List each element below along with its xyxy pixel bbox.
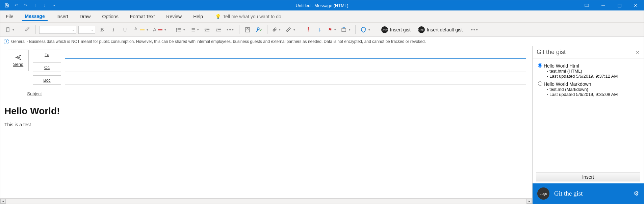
bold-button[interactable]: B xyxy=(97,25,107,34)
compose-area: Send To Cc Bcc xyxy=(0,46,532,204)
gist-file: test.html (HTML) xyxy=(547,69,638,74)
svg-rect-25 xyxy=(342,28,346,31)
importance-high-icon[interactable]: ! xyxy=(304,25,313,34)
svg-point-23 xyxy=(247,28,249,30)
scroll-left-icon[interactable]: ◂ xyxy=(0,199,6,204)
to-button[interactable]: To xyxy=(33,50,61,59)
subject-input[interactable] xyxy=(61,89,526,98)
font-size-select[interactable]: ⌄ xyxy=(78,26,95,34)
undo-icon[interactable]: ↶ xyxy=(12,1,21,10)
follow-up-button[interactable]: ⚑▾ xyxy=(327,25,337,34)
gist-radio[interactable] xyxy=(538,63,542,68)
task-pane: Git the gist ✕ Hello World Html test.htm… xyxy=(532,46,644,204)
settings-icon[interactable]: ⚙ xyxy=(634,190,639,197)
assign-policy-button[interactable]: ▾ xyxy=(339,25,352,34)
gist-name: Hello World Markdown xyxy=(544,81,591,87)
gist-updated: Last updated 5/6/2019, 9:37:12 AM xyxy=(547,74,638,79)
body-text: This is a test xyxy=(4,122,528,127)
svg-point-24 xyxy=(257,28,259,30)
close-button[interactable] xyxy=(627,0,644,10)
send-icon xyxy=(15,54,22,60)
gist-file: test.md (Markdown) xyxy=(547,87,638,92)
maximize-button[interactable] xyxy=(611,0,627,10)
tell-me[interactable]: 💡 xyxy=(215,14,297,19)
pane-logo-icon: Logo xyxy=(537,187,549,200)
subject-label: Subject xyxy=(8,91,61,96)
signature-button[interactable]: ▾ xyxy=(284,25,297,34)
indent-button[interactable] xyxy=(214,25,223,34)
highlight-button[interactable]: ▾ xyxy=(132,25,150,34)
message-body[interactable]: Hello World! This is a test xyxy=(0,100,532,198)
minimize-button[interactable] xyxy=(595,0,611,10)
pane-insert-button[interactable]: Insert xyxy=(536,173,640,181)
bcc-input[interactable] xyxy=(65,75,526,85)
svg-point-7 xyxy=(176,28,177,28)
pane-body: Hello World Html test.html (HTML) Last u… xyxy=(533,58,644,171)
tab-draw[interactable]: Draw xyxy=(77,12,94,21)
ribbon-toolbar: ▾ ⌄ ⌄ B I U ▾ A▾ ▾ ▾ ••• ▾ ▾ ! ↓ ⚑▾ ▾ ▾ … xyxy=(0,23,644,37)
check-names-button[interactable] xyxy=(254,25,264,34)
svg-rect-0 xyxy=(585,4,589,7)
bullets-button[interactable]: ▾ xyxy=(175,25,186,34)
insert-default-gist-label: Insert default gist xyxy=(427,27,463,32)
address-book-button[interactable] xyxy=(243,25,252,34)
gist-option[interactable]: Hello World Markdown test.md (Markdown) … xyxy=(538,81,638,97)
format-painter-button[interactable] xyxy=(23,25,32,34)
horizontal-scrollbar[interactable]: ◂ ▸ xyxy=(0,198,532,204)
cc-button[interactable]: Cc xyxy=(33,62,61,72)
ribbon-tabs: File Message Insert Draw Options Format … xyxy=(0,10,644,23)
save-icon[interactable] xyxy=(2,1,11,10)
send-button[interactable]: Send xyxy=(8,50,29,71)
sensitivity-infobar: i General - Business data which is NOT m… xyxy=(0,37,644,46)
italic-button[interactable]: I xyxy=(109,25,118,34)
gist-logo-icon: Logo xyxy=(418,26,425,33)
numbering-button[interactable]: ▾ xyxy=(188,25,200,34)
body-heading: Hello World! xyxy=(4,106,528,117)
bcc-button[interactable]: Bcc xyxy=(33,75,61,85)
tab-review[interactable]: Review xyxy=(163,12,184,21)
gist-logo-icon: Logo xyxy=(381,26,388,33)
send-label: Send xyxy=(13,62,23,67)
tab-message[interactable]: Message xyxy=(22,11,48,21)
pane-title: Git the gist xyxy=(537,49,566,56)
font-family-select[interactable]: ⌄ xyxy=(39,26,76,34)
cc-input[interactable] xyxy=(65,62,526,72)
arrow-up-icon[interactable]: ↑ xyxy=(31,1,40,10)
pane-footer: Logo Git the gist ⚙ xyxy=(533,183,644,204)
outdent-button[interactable] xyxy=(202,25,212,34)
redo-icon[interactable]: ↷ xyxy=(21,1,30,10)
tab-format-text[interactable]: Format Text xyxy=(127,12,158,21)
gist-radio[interactable] xyxy=(538,81,542,86)
ribbon-display-options-icon[interactable] xyxy=(579,0,595,10)
titlebar: ↶ ↷ ↑ ↓ ▾ Untitled - Message (HTML) xyxy=(0,0,644,10)
tab-help[interactable]: Help xyxy=(190,12,206,21)
window-title: Untitled - Message (HTML) xyxy=(295,3,348,8)
lightbulb-icon: 💡 xyxy=(215,14,221,19)
gist-updated: Last updated 5/6/2019, 9:35:08 AM xyxy=(547,92,638,97)
insert-gist-label: Insert gist xyxy=(390,27,411,32)
tab-file[interactable]: File xyxy=(3,12,16,21)
attach-file-button[interactable]: ▾ xyxy=(271,25,282,34)
to-input[interactable] xyxy=(65,50,526,59)
sensitivity-button[interactable]: ▾ xyxy=(359,25,371,34)
pane-close-icon[interactable]: ✕ xyxy=(636,50,640,55)
tab-insert[interactable]: Insert xyxy=(54,12,71,21)
svg-point-9 xyxy=(176,29,177,30)
gist-name: Hello World Html xyxy=(544,63,579,69)
qat-customize-icon[interactable]: ▾ xyxy=(50,1,58,10)
underline-button[interactable]: U xyxy=(120,25,130,34)
gist-option[interactable]: Hello World Html test.html (HTML) Last u… xyxy=(538,63,638,79)
arrow-down-icon[interactable]: ↓ xyxy=(40,1,49,10)
paste-button[interactable]: ▾ xyxy=(4,25,16,34)
importance-low-icon[interactable]: ↓ xyxy=(315,25,325,34)
tell-me-input[interactable] xyxy=(223,14,297,19)
insert-gist-button[interactable]: Logo Insert gist xyxy=(379,25,413,35)
insert-default-gist-button[interactable]: Logo Insert default gist xyxy=(415,25,466,35)
font-color-button[interactable]: A▾ xyxy=(152,25,168,34)
svg-rect-2 xyxy=(618,4,621,7)
ribbon-overflow-icon[interactable]: ••• xyxy=(469,25,480,34)
infobar-text: General - Business data which is NOT mea… xyxy=(11,39,426,44)
scroll-right-icon[interactable]: ▸ xyxy=(526,199,532,204)
tab-options[interactable]: Options xyxy=(99,12,121,21)
more-formatting-icon[interactable]: ••• xyxy=(225,25,236,34)
